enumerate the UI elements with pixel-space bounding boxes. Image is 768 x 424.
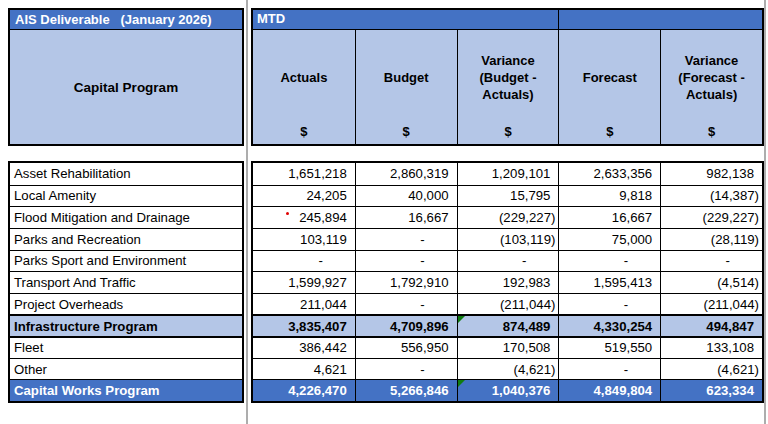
value-cell[interactable]: 16,667 xyxy=(558,206,660,228)
value-cell[interactable]: 494,847 xyxy=(660,314,762,336)
value-cell[interactable]: - xyxy=(355,250,457,272)
value-cell[interactable]: 4,849,804 xyxy=(558,379,660,401)
value-text: 1,209,101 xyxy=(492,166,551,181)
value-text: 4,621 xyxy=(314,362,347,377)
column-unit-label: $ xyxy=(504,124,511,144)
value-cell[interactable]: (4,621) xyxy=(457,358,559,380)
value-cell[interactable]: 874,489 xyxy=(457,314,559,336)
program-name-cell[interactable]: Capital Works Program xyxy=(10,379,242,401)
value-cell[interactable]: - xyxy=(355,228,457,250)
value-text: - xyxy=(420,232,424,247)
value-text: (229,227) xyxy=(703,210,759,225)
value-text: 623,334 xyxy=(706,383,754,398)
value-text: 1,595,413 xyxy=(594,275,653,290)
value-cell[interactable]: (4,514) xyxy=(660,271,762,293)
value-text: 24,205 xyxy=(306,188,346,203)
value-cell[interactable]: 103,119 xyxy=(253,228,355,250)
value-text: 519,550 xyxy=(605,340,653,355)
value-cell[interactable]: - xyxy=(558,293,660,315)
value-cell[interactable]: - xyxy=(660,250,762,272)
column-header[interactable]: Actuals$ xyxy=(253,30,355,144)
column-header[interactable]: Budget$ xyxy=(355,30,457,144)
column-header[interactable]: Variance(Budget -Actuals)$ xyxy=(457,30,559,144)
program-name-cell[interactable]: Infrastructure Program xyxy=(10,314,242,336)
value-text: 75,000 xyxy=(612,232,652,247)
program-column-header[interactable]: Capital Program xyxy=(8,30,244,146)
value-cell[interactable]: (28,119) xyxy=(660,228,762,250)
value-cell[interactable]: 1,595,413 xyxy=(558,271,660,293)
value-cell[interactable]: 556,950 xyxy=(355,336,457,358)
value-cell[interactable]: 386,442 xyxy=(253,336,355,358)
value-text: (4,514) xyxy=(717,275,759,290)
value-cell[interactable]: 4,709,896 xyxy=(355,314,457,336)
value-cell[interactable]: 2,633,356 xyxy=(558,163,660,185)
value-text: 982,138 xyxy=(706,166,754,181)
value-cell[interactable]: 24,205 xyxy=(253,185,355,207)
value-cell[interactable]: 75,000 xyxy=(558,228,660,250)
value-text: 2,860,319 xyxy=(390,166,449,181)
value-cell[interactable]: 16,667 xyxy=(355,206,457,228)
pane-divider-right xyxy=(764,0,766,424)
report-title: AIS Deliverable (January 2026) xyxy=(8,8,244,30)
value-text: (211,044) xyxy=(500,297,555,312)
column-header-label: Variance(Budget -Actuals) xyxy=(479,30,536,124)
value-cell[interactable]: - xyxy=(355,358,457,380)
value-cell[interactable]: 1,209,101 xyxy=(457,163,559,185)
value-cell[interactable]: 519,550 xyxy=(558,336,660,358)
column-unit-label: $ xyxy=(708,124,715,144)
value-cell[interactable]: 170,508 xyxy=(457,336,559,358)
program-name-cell[interactable]: Local Amenity xyxy=(10,185,242,207)
program-name-cell[interactable]: Other xyxy=(10,358,242,380)
program-name-cell[interactable]: Transport And Traffic xyxy=(10,271,242,293)
value-cell[interactable]: 2,860,319 xyxy=(355,163,457,185)
column-header[interactable]: Forecast$ xyxy=(558,30,660,144)
mtd-band: MTD xyxy=(251,8,764,30)
value-text: 4,330,254 xyxy=(594,319,653,334)
value-text: - xyxy=(318,253,322,268)
value-grid: 1,651,2182,860,3191,209,1012,633,356982,… xyxy=(251,161,764,403)
value-cell[interactable]: (103,119) xyxy=(457,228,559,250)
value-cell[interactable]: (14,387) xyxy=(660,185,762,207)
value-text: 16,667 xyxy=(408,210,448,225)
value-cell[interactable]: 133,108 xyxy=(660,336,762,358)
value-cell[interactable]: 623,334 xyxy=(660,379,762,401)
program-name-cell[interactable]: Asset Rehabilitation xyxy=(10,163,242,185)
value-cell[interactable]: 211,044 xyxy=(253,293,355,315)
value-cell[interactable]: - xyxy=(355,293,457,315)
mtd-band-empty-cell[interactable] xyxy=(558,10,762,29)
value-cell[interactable]: 4,621 xyxy=(253,358,355,380)
value-cell[interactable]: (229,227) xyxy=(660,206,762,228)
value-cell[interactable]: 192,983 xyxy=(457,271,559,293)
value-cell[interactable]: (4,621) xyxy=(660,358,762,380)
value-cell[interactable]: 3,835,407 xyxy=(253,314,355,336)
program-name-cell[interactable]: Flood Mitigation and Drainage xyxy=(10,206,242,228)
value-cell[interactable]: 1,792,910 xyxy=(355,271,457,293)
value-cell[interactable]: 245,894 xyxy=(253,206,355,228)
value-cell[interactable]: 9,818 xyxy=(558,185,660,207)
value-cell[interactable]: - xyxy=(558,250,660,272)
value-cell[interactable]: - xyxy=(253,250,355,272)
program-name-cell[interactable]: Parks Sport and Environment xyxy=(10,250,242,272)
value-cell[interactable]: 40,000 xyxy=(355,185,457,207)
program-name-cell[interactable]: Project Overheads xyxy=(10,293,242,315)
value-cell[interactable]: 5,266,846 xyxy=(355,379,457,401)
value-cell[interactable]: 1,599,927 xyxy=(253,271,355,293)
value-text: 4,226,470 xyxy=(288,383,347,398)
program-name-cell[interactable]: Fleet xyxy=(10,336,242,358)
value-cell[interactable]: 4,226,470 xyxy=(253,379,355,401)
value-cell[interactable]: - xyxy=(558,358,660,380)
value-cell[interactable]: 1,651,218 xyxy=(253,163,355,185)
value-cell[interactable]: (211,044) xyxy=(457,293,559,315)
value-cell[interactable]: (211,044) xyxy=(660,293,762,315)
mtd-band-label[interactable]: MTD xyxy=(253,10,558,29)
value-cell[interactable]: 1,040,376 xyxy=(457,379,559,401)
value-cell[interactable]: 15,795 xyxy=(457,185,559,207)
value-cell[interactable]: (229,227) xyxy=(457,206,559,228)
program-name-cell[interactable]: Parks and Recreation xyxy=(10,228,242,250)
value-text: 3,835,407 xyxy=(288,319,347,334)
value-cell[interactable]: 4,330,254 xyxy=(558,314,660,336)
value-cell[interactable]: 982,138 xyxy=(660,163,762,185)
column-header[interactable]: Variance(Forecast -Actuals)$ xyxy=(660,30,762,144)
mtd-data-pane: MTD Actuals$Budget$Variance(Budget -Actu… xyxy=(251,8,764,403)
value-cell[interactable]: - xyxy=(457,250,559,272)
